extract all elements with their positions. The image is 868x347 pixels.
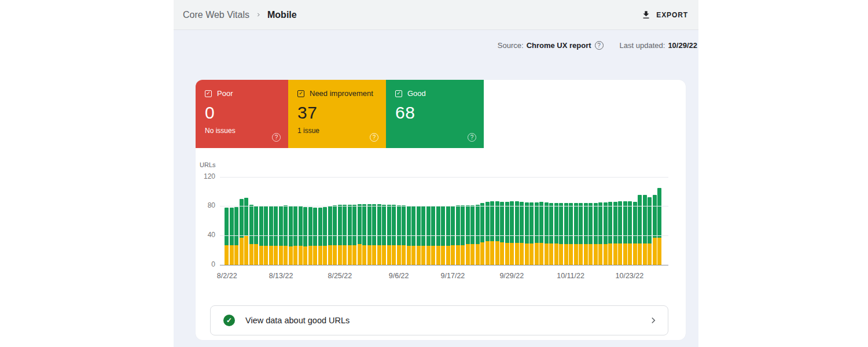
bar[interactable] [559, 203, 563, 265]
bar[interactable] [318, 208, 322, 265]
bar[interactable] [608, 202, 612, 265]
bar[interactable] [244, 198, 248, 265]
view-good-urls-row[interactable]: ✓ View data about good URLs [210, 305, 668, 335]
bar[interactable] [480, 203, 484, 265]
bar[interactable] [628, 201, 632, 265]
bar[interactable] [579, 203, 583, 265]
card-label: Need improvement [310, 89, 373, 98]
status-cards: ✓ Poor 0 No issues ? ✓ Need improvement … [196, 80, 686, 148]
bar[interactable] [569, 203, 573, 265]
export-button[interactable]: EXPORT [637, 6, 693, 23]
view-good-urls-label: View data about good URLs [245, 316, 350, 325]
bar[interactable] [515, 201, 519, 265]
bar[interactable] [490, 201, 494, 265]
bar[interactable] [623, 201, 627, 265]
export-label: EXPORT [656, 11, 688, 19]
status-card-poor[interactable]: ✓ Poor 0 No issues ? [196, 80, 288, 148]
x-tick-label: 9/6/22 [389, 272, 409, 280]
x-axis-line [220, 265, 668, 265]
status-card-good[interactable]: ✓ Good 68 ? [386, 80, 484, 148]
bar[interactable] [377, 204, 381, 265]
bar[interactable] [505, 202, 509, 265]
help-icon[interactable]: ? [370, 133, 378, 142]
bar[interactable] [589, 203, 593, 265]
check-circle-icon: ✓ [223, 315, 235, 326]
bar[interactable] [520, 202, 524, 265]
bar[interactable] [604, 202, 608, 265]
x-tick-label: 8/2/22 [217, 272, 237, 280]
x-tick-label: 8/25/22 [328, 272, 352, 280]
y-tick-label: 120 [196, 172, 215, 180]
bar[interactable] [598, 202, 602, 265]
card-count: 68 [395, 103, 475, 123]
bar[interactable] [230, 208, 234, 265]
bar[interactable] [594, 203, 598, 265]
bar[interactable] [500, 202, 504, 265]
bar[interactable] [613, 202, 617, 265]
bar[interactable] [633, 202, 637, 265]
bar[interactable] [495, 201, 499, 265]
bar[interactable] [657, 188, 661, 265]
bar[interactable] [648, 197, 652, 265]
bar[interactable] [352, 205, 356, 265]
help-icon[interactable]: ? [272, 133, 281, 142]
bar[interactable] [362, 204, 366, 265]
bar[interactable] [545, 202, 549, 265]
bar[interactable] [539, 202, 543, 265]
bar[interactable] [348, 205, 352, 265]
meta-row: Source: Chrome UX report ? Last updated:… [174, 30, 698, 50]
source-help-icon[interactable]: ? [595, 41, 604, 50]
bar[interactable] [486, 202, 490, 265]
bar[interactable] [476, 205, 480, 265]
bar[interactable] [525, 202, 529, 265]
chart: URLs 040801208/2/228/13/228/25/229/6/229… [196, 160, 686, 293]
bar[interactable] [574, 203, 578, 265]
card-count: 37 [297, 103, 377, 123]
report-header: Core Web Vitals Mobile EXPORT [174, 0, 698, 30]
bar[interactable] [618, 201, 622, 265]
gridline [220, 235, 668, 236]
breadcrumb-mobile: Mobile [267, 10, 297, 20]
bar[interactable] [549, 203, 553, 265]
bar[interactable] [584, 203, 588, 265]
bar[interactable] [225, 208, 229, 265]
bar[interactable] [358, 204, 362, 265]
y-tick-label: 0 [196, 260, 215, 268]
x-tick-label: 9/29/22 [499, 272, 524, 280]
breadcrumb-chevron-icon [256, 12, 261, 17]
bar[interactable] [338, 205, 342, 265]
bar[interactable] [564, 203, 568, 265]
bar[interactable] [343, 205, 347, 265]
source-label: Source: [498, 41, 524, 50]
breadcrumb-core-web-vitals[interactable]: Core Web Vitals [183, 10, 249, 20]
bar[interactable] [529, 202, 534, 265]
help-icon[interactable]: ? [468, 133, 476, 142]
x-tick-label: 10/11/22 [557, 272, 584, 280]
bar[interactable] [382, 205, 386, 265]
bar[interactable] [249, 205, 253, 265]
bar-plot [225, 160, 661, 265]
core-web-vitals-panel: ✓ Poor 0 No issues ? ✓ Need improvement … [196, 80, 686, 340]
bar[interactable] [535, 202, 539, 265]
x-tick-label: 9/17/22 [441, 272, 465, 280]
y-tick-label: 80 [196, 201, 215, 209]
checkbox-icon[interactable]: ✓ [205, 90, 212, 97]
last-updated-label: Last updated: [620, 41, 665, 50]
bar[interactable] [554, 203, 558, 265]
bar[interactable] [313, 208, 317, 265]
y-tick-label: 40 [196, 231, 215, 239]
bar[interactable] [372, 204, 376, 265]
bar[interactable] [387, 205, 391, 265]
report-content: Core Web Vitals Mobile EXPORT Source: Ch… [174, 0, 698, 347]
checkbox-icon[interactable]: ✓ [297, 90, 304, 97]
card-count: 0 [205, 103, 279, 123]
bar[interactable] [367, 204, 372, 265]
status-card-need-improvement[interactable]: ✓ Need improvement 37 1 issue ? [288, 80, 386, 148]
y-axis-label: URLs [200, 161, 216, 168]
checkbox-icon[interactable]: ✓ [395, 90, 402, 97]
bar[interactable] [240, 199, 244, 265]
card-label: Good [407, 89, 426, 98]
bar[interactable] [392, 205, 396, 265]
bar[interactable] [510, 201, 514, 265]
gridline [220, 177, 668, 178]
